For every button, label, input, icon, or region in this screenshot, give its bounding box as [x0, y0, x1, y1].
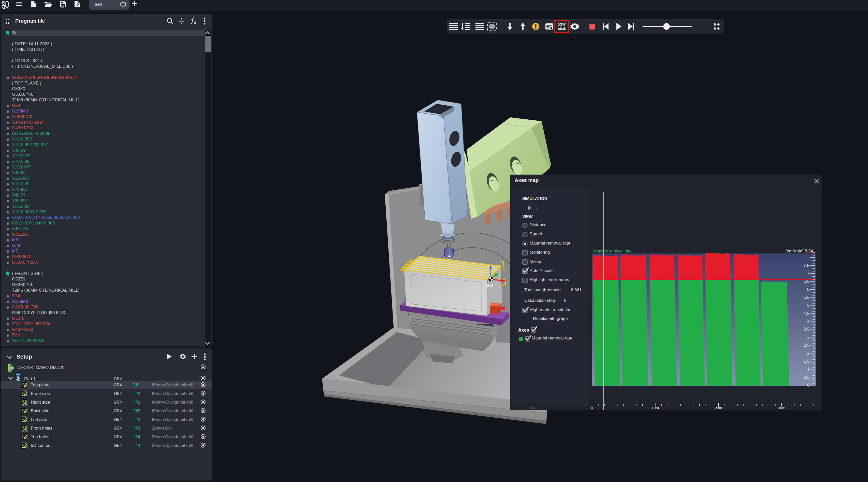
svg-text:5: 5	[807, 303, 809, 308]
svg-text:30m: 30m	[778, 405, 785, 410]
svg-text:20m: 20m	[715, 405, 722, 410]
svg-text:5.5: 5.5	[803, 295, 809, 300]
svg-text:Material removal rate: Material removal rate	[593, 249, 631, 253]
svg-text:-10m: -10m	[528, 405, 536, 410]
svg-text:3: 3	[807, 335, 809, 340]
svg-text:0: 0	[807, 383, 809, 388]
svg-text:4: 4	[807, 319, 809, 324]
svg-text:G54: G54	[484, 283, 494, 288]
svg-text:4.5: 4.5	[803, 311, 809, 316]
svg-text:2: 2	[807, 351, 809, 356]
svg-text:1: 1	[807, 367, 809, 371]
svg-text:1.5: 1.5	[803, 359, 809, 364]
svg-text:7: 7	[807, 271, 809, 276]
svg-text:0.5: 0.5	[803, 375, 809, 380]
svg-text:7.5: 7.5	[803, 263, 809, 268]
svg-text:6.5: 6.5	[803, 279, 809, 284]
svg-text:0: 0	[591, 405, 593, 410]
svg-text:3.5: 3.5	[803, 327, 809, 332]
svg-text:10m: 10m	[652, 405, 659, 410]
svg-text:2.5: 2.5	[803, 343, 809, 348]
svg-text:6: 6	[807, 287, 809, 292]
svg-text:(cm³/min): (cm³/min)	[785, 249, 804, 253]
